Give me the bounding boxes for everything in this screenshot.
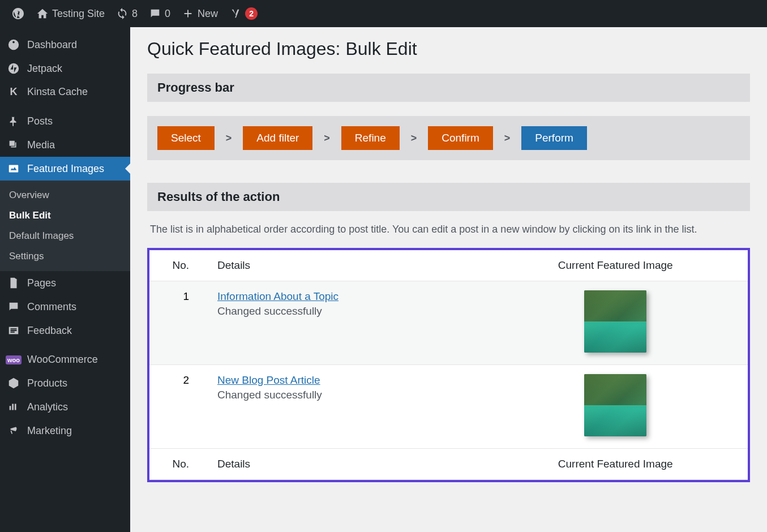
refresh-icon [116,7,128,20]
media-icon [7,139,20,151]
home-icon [36,7,49,20]
chevron-right-icon: > [504,132,511,144]
submenu-overview[interactable]: Overview [0,185,130,205]
sidebar-item-feedback[interactable]: Feedback [0,319,130,342]
main-content: Quick Featured Images: Bulk Edit Progres… [130,27,767,532]
chevron-right-icon: > [411,132,417,144]
sidebar-item-analytics[interactable]: Analytics [0,395,130,419]
table-row: 2 New Blog Post Article Changed successf… [149,364,748,448]
step-add-filter[interactable]: Add filter [243,126,312,150]
step-confirm[interactable]: Confirm [428,126,493,150]
sidebar-submenu: Overview Bulk Edit Default Images Settin… [0,181,130,271]
wordpress-icon [11,7,25,20]
feedback-icon [7,324,20,337]
row-details: Information About a Topic Changed succes… [206,281,483,364]
col-footer-no: No. [149,448,206,479]
sidebar-label: Products [27,377,67,389]
post-link[interactable]: New Blog Post Article [217,374,320,386]
row-status: Changed successfully [217,305,472,318]
comment-icon [149,7,161,20]
submenu-settings[interactable]: Settings [0,246,130,267]
col-footer-details: Details [206,448,483,479]
featured-image-thumb [584,290,646,353]
col-footer-image: Current Featured Image [483,448,748,479]
sidebar-label: Feedback [27,325,72,337]
results-table-highlight: No. Details Current Featured Image 1 Inf… [147,248,750,482]
results-header: Results of the action [147,183,750,211]
submenu-bulk-edit[interactable]: Bulk Edit [0,205,130,226]
submenu-default-images[interactable]: Default Images [0,226,130,246]
sidebar-item-posts[interactable]: Posts [0,109,130,133]
table-row: 1 Information About a Topic Changed succ… [149,281,748,364]
comment-icon [7,301,20,313]
sidebar-item-marketing[interactable]: Marketing [0,419,130,443]
jetpack-icon [7,62,20,75]
sidebar-label: Media [27,139,55,151]
pages-icon [7,277,20,289]
sidebar-label: Dashboard [27,39,77,51]
row-image-cell [483,364,748,448]
kinsta-icon: K [7,86,20,98]
sidebar-item-woocommerce[interactable]: woo WooCommerce [0,348,130,371]
new-content-link[interactable]: New [176,0,224,27]
sidebar-item-featured-images[interactable]: Featured Images [0,157,130,181]
post-link[interactable]: Information About a Topic [217,290,338,302]
results-table: No. Details Current Featured Image 1 Inf… [149,250,748,480]
row-no: 2 [149,364,206,448]
progress-bar-header: Progress bar [147,74,750,102]
yoast-badge: 2 [245,7,258,20]
progress-steps: Select > Add filter > Refine > Confirm >… [147,116,750,160]
admin-sidebar: Dashboard Jetpack K Kinsta Cache Posts M… [0,27,130,532]
sidebar-item-dashboard[interactable]: Dashboard [0,33,130,57]
row-image-cell [483,281,748,364]
sidebar-label: Analytics [27,401,68,413]
sidebar-label: Posts [27,115,53,127]
row-no: 1 [149,281,206,364]
analytics-icon [7,401,20,413]
admin-bar: Testing Site 8 0 New 2 [0,0,767,27]
step-perform[interactable]: Perform [521,126,587,150]
sidebar-label: Comments [27,301,76,313]
featured-image-thumb [584,374,646,436]
col-header-details: Details [206,250,483,281]
step-select[interactable]: Select [157,126,215,150]
sidebar-label: Kinsta Cache [27,86,88,98]
featured-images-icon [7,162,20,175]
chevron-right-icon: > [226,132,232,144]
row-status: Changed successfully [217,389,472,401]
updates-count: 8 [132,8,138,20]
sidebar-item-products[interactable]: Products [0,371,130,395]
dashboard-icon [7,38,20,51]
sidebar-label: Marketing [27,425,72,437]
col-header-no: No. [149,250,206,281]
comments-link[interactable]: 0 [143,0,176,27]
yoast-link[interactable]: 2 [224,0,263,27]
col-header-image: Current Featured Image [483,250,748,281]
wp-logo[interactable] [6,0,31,27]
sidebar-label: Featured Images [27,163,104,175]
marketing-icon [7,424,20,437]
sidebar-item-kinsta[interactable]: K Kinsta Cache [0,80,130,104]
sidebar-label: Pages [27,277,56,289]
new-label: New [198,8,218,20]
sidebar-item-media[interactable]: Media [0,133,130,157]
pin-icon [7,115,20,127]
sidebar-item-comments[interactable]: Comments [0,295,130,319]
step-refine[interactable]: Refine [341,126,400,150]
woocommerce-icon: woo [7,355,20,364]
comments-count: 0 [165,8,170,20]
sidebar-label: Jetpack [27,63,62,75]
plus-icon [182,7,194,20]
sidebar-item-jetpack[interactable]: Jetpack [0,57,130,80]
yoast-icon [229,7,242,20]
sidebar-item-pages[interactable]: Pages [0,271,130,295]
site-name: Testing Site [52,8,105,20]
updates-link[interactable]: 8 [110,0,143,27]
row-details: New Blog Post Article Changed successful… [206,364,483,448]
products-icon [7,377,20,389]
svg-point-0 [8,63,19,74]
chevron-right-icon: > [324,132,330,144]
sidebar-label: WooCommerce [27,354,98,366]
results-description: The list is in alphabetical order accord… [147,211,750,248]
site-name-link[interactable]: Testing Site [31,0,110,27]
